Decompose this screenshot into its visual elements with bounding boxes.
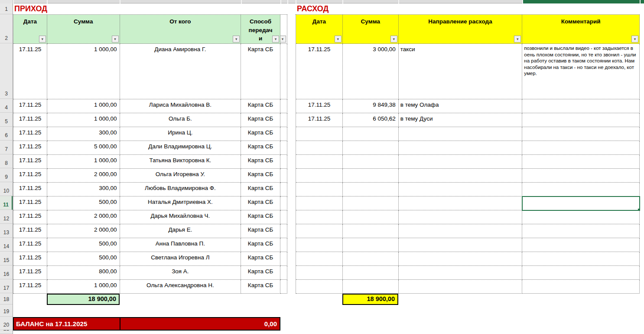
expense-comment-cell[interactable]: позвонили и выслали видео - кот задыхает… bbox=[522, 44, 640, 99]
expense-amount-cell[interactable] bbox=[343, 252, 399, 266]
income-from-cell[interactable]: Ольга Игоревна У. bbox=[120, 169, 241, 183]
expense-amount-cell[interactable]: 9 849,38 bbox=[343, 99, 399, 113]
income-from-cell[interactable]: Наталья Дмитриевна Х. bbox=[120, 196, 241, 210]
row-header-selected[interactable]: 11 bbox=[0, 196, 13, 210]
income-amount-cell[interactable]: 1 000,00 bbox=[47, 155, 120, 169]
expense-comment-cell[interactable] bbox=[522, 113, 640, 127]
expense-amount-cell[interactable] bbox=[343, 280, 399, 294]
filter-dropdown-icon[interactable]: ▾ bbox=[280, 36, 286, 43]
expense-direction-cell[interactable] bbox=[399, 183, 523, 196]
expense-col-amount[interactable]: Сумма▾ bbox=[343, 15, 399, 44]
expense-direction-cell[interactable]: в тему Дуси bbox=[399, 113, 523, 127]
expense-amount-cell[interactable] bbox=[343, 266, 399, 280]
income-from-cell[interactable]: Лариса Михайловна В. bbox=[120, 99, 241, 113]
income-amount-cell[interactable]: 500,00 bbox=[47, 252, 120, 266]
expense-comment-cell[interactable] bbox=[522, 224, 640, 238]
expense-col-direction[interactable]: Направление расхода▾ bbox=[399, 15, 523, 44]
income-amount-cell[interactable]: 300,00 bbox=[47, 127, 120, 141]
selected-column-header[interactable] bbox=[522, 0, 644, 3]
income-date-cell[interactable]: 17.11.25 bbox=[13, 266, 47, 280]
expense-direction-cell[interactable] bbox=[399, 224, 523, 238]
expense-date-cell[interactable]: 17.11.25 bbox=[296, 113, 343, 127]
income-extra-cell[interactable] bbox=[280, 196, 287, 210]
expense-col-comment[interactable]: Комментарий▾ bbox=[522, 15, 640, 44]
row-header[interactable]: 1 bbox=[0, 3, 13, 14]
row-header[interactable]: 6 bbox=[0, 127, 13, 141]
empty-row[interactable] bbox=[13, 305, 287, 317]
income-from-cell[interactable]: Диана Амировна Г. bbox=[120, 44, 241, 99]
income-date-cell[interactable]: 17.11.25 bbox=[13, 113, 47, 127]
row-header[interactable]: 7 bbox=[0, 141, 13, 154]
filter-dropdown-icon[interactable]: ▾ bbox=[335, 36, 342, 43]
income-amount-cell[interactable]: 500,00 bbox=[47, 238, 120, 252]
income-from-cell[interactable]: Дали Владимировна Ц. bbox=[120, 141, 241, 155]
income-from-cell[interactable]: Дарья Михайловна Ч. bbox=[120, 210, 241, 224]
expense-direction-cell[interactable]: такси bbox=[399, 44, 523, 99]
income-col-amount[interactable]: Сумма▾ bbox=[47, 15, 120, 44]
expense-direction-cell[interactable]: в тему Олафа bbox=[399, 99, 523, 113]
expense-date-cell[interactable] bbox=[296, 280, 343, 294]
expense-date-cell[interactable] bbox=[296, 224, 343, 238]
row-header[interactable]: 13 bbox=[0, 224, 13, 238]
expense-date-cell[interactable] bbox=[296, 169, 343, 183]
income-method-cell[interactable]: Карта СБ bbox=[241, 155, 280, 169]
income-amount-cell[interactable]: 1 000,00 bbox=[47, 44, 120, 99]
expense-date-cell[interactable] bbox=[296, 210, 343, 224]
filter-dropdown-icon[interactable]: ▾ bbox=[233, 36, 240, 43]
income-from-cell[interactable]: Ольга Б. bbox=[120, 113, 241, 127]
expense-amount-cell[interactable] bbox=[343, 141, 399, 155]
row-header[interactable]: 16 bbox=[0, 265, 13, 279]
income-from-cell[interactable]: Анна Павловна П. bbox=[120, 238, 241, 252]
income-date-cell[interactable]: 17.11.25 bbox=[13, 141, 47, 155]
row-header[interactable]: 3 bbox=[0, 43, 13, 99]
income-amount-cell[interactable]: 500,00 bbox=[47, 196, 120, 210]
income-amount-cell[interactable]: 1 000,00 bbox=[47, 113, 120, 127]
balance-label-cell[interactable]: БАЛАНС на 17.11.2025 bbox=[14, 318, 120, 330]
income-date-cell[interactable]: 17.11.25 bbox=[13, 210, 47, 224]
expense-date-cell[interactable] bbox=[296, 196, 343, 210]
expense-comment-cell[interactable] bbox=[522, 183, 640, 196]
expense-amount-cell[interactable] bbox=[343, 127, 399, 141]
filter-dropdown-icon[interactable]: ▾ bbox=[514, 36, 521, 43]
income-extra-cell[interactable] bbox=[280, 183, 287, 196]
expense-direction-cell[interactable] bbox=[399, 280, 523, 294]
expense-amount-cell[interactable] bbox=[343, 238, 399, 252]
expense-direction-cell[interactable] bbox=[399, 155, 523, 169]
expense-comment-cell[interactable] bbox=[522, 210, 640, 224]
income-extra-cell[interactable] bbox=[280, 169, 287, 183]
income-from-cell[interactable]: Зоя А. bbox=[120, 266, 241, 280]
income-method-cell[interactable]: Карта СБ bbox=[241, 127, 280, 141]
income-extra-cell[interactable] bbox=[280, 252, 287, 266]
income-method-cell[interactable]: Карта СБ bbox=[241, 141, 280, 155]
expense-date-cell[interactable] bbox=[296, 252, 343, 266]
income-col-from[interactable]: От кого▾ bbox=[120, 15, 241, 44]
expense-date-cell[interactable] bbox=[296, 266, 343, 280]
income-amount-cell[interactable]: 2 000,00 bbox=[47, 224, 120, 238]
filter-dropdown-icon[interactable]: ▾ bbox=[272, 36, 279, 43]
row-header[interactable]: 17 bbox=[0, 279, 13, 293]
income-method-cell[interactable]: Карта СБ bbox=[241, 266, 280, 280]
expense-direction-cell[interactable] bbox=[399, 238, 523, 252]
row-header[interactable]: 21 bbox=[0, 330, 13, 334]
expense-amount-cell[interactable] bbox=[343, 196, 399, 210]
column-header-strip[interactable] bbox=[0, 0, 644, 3]
income-method-cell[interactable]: Карта СБ bbox=[241, 44, 280, 99]
row-header[interactable]: 2 bbox=[0, 14, 13, 43]
expense-date-cell[interactable] bbox=[296, 183, 343, 196]
income-from-cell[interactable]: Любовь Владимировна Ф. bbox=[120, 183, 241, 196]
income-method-cell[interactable]: Карта СБ bbox=[241, 183, 280, 196]
expense-comment-cell[interactable] bbox=[522, 266, 640, 280]
income-method-cell[interactable]: Карта СБ bbox=[241, 196, 280, 210]
income-from-cell[interactable]: Ольга Александровна Н. bbox=[120, 280, 241, 294]
income-date-cell[interactable]: 17.11.25 bbox=[13, 238, 47, 252]
expense-direction-cell[interactable] bbox=[399, 196, 523, 210]
income-method-cell[interactable]: Карта СБ bbox=[241, 252, 280, 266]
income-extra-cell[interactable] bbox=[280, 238, 287, 252]
filter-dropdown-icon[interactable]: ▾ bbox=[390, 36, 397, 43]
income-extra-cell[interactable] bbox=[280, 127, 287, 141]
income-extra-cell[interactable] bbox=[280, 155, 287, 169]
expense-comment-cell[interactable] bbox=[522, 155, 640, 169]
expense-amount-cell[interactable]: 6 050,62 bbox=[343, 113, 399, 127]
income-method-cell[interactable]: Карта СБ bbox=[241, 238, 280, 252]
income-method-cell[interactable]: Карта СБ bbox=[241, 113, 280, 127]
